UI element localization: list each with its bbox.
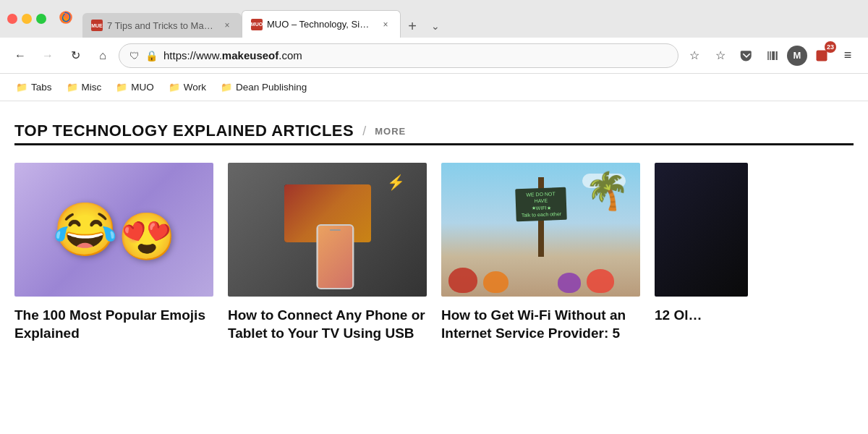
article-card-2[interactable]: ⚡ How to Connect Any Phone or Tablet to … xyxy=(228,163,427,342)
new-tab-button[interactable]: + xyxy=(401,14,424,38)
slash-separator: / xyxy=(362,124,366,139)
bookmark-tabs-label: Tabs xyxy=(31,82,52,93)
svg-rect-5 xyxy=(817,50,827,61)
section-title: TOP TECHNOLOGY EXPLAINED ARTICLES xyxy=(14,122,354,140)
svg-rect-4 xyxy=(776,51,778,60)
svg-rect-3 xyxy=(772,51,775,60)
url-display: https://www.makeuseof.com xyxy=(163,49,668,61)
shield-icon: 🛡 xyxy=(129,50,140,61)
article-title-4: 12 Ol… xyxy=(655,307,748,325)
bookmark-misc[interactable]: 📁 Misc xyxy=(61,79,108,95)
refresh-button[interactable]: ↻ xyxy=(64,44,87,67)
bookmark-muo-label: MUO xyxy=(131,82,154,93)
article-card-3[interactable]: WE DO NOTHAVE★WIFI★Talk to each other 🌴 … xyxy=(441,163,640,342)
browser-icon xyxy=(58,9,74,28)
svg-rect-1 xyxy=(767,51,769,60)
window-controls xyxy=(7,14,46,24)
url-tld: .com xyxy=(278,49,302,61)
tab-2-close[interactable]: × xyxy=(380,19,391,30)
article-title-2: How to Connect Any Phone or Tablet to Yo… xyxy=(228,307,427,342)
tabs-bar: MUE 7 Tips and Tricks to Master Pag… × M… xyxy=(82,0,861,38)
bookmark-misc-label: Misc xyxy=(82,82,102,93)
folder-icon: 📁 xyxy=(116,82,127,93)
article-card-4[interactable]: 12 Ol… xyxy=(655,163,748,342)
nav-bar: ← → ↻ ⌂ 🛡 🔒 https://www.makeuseof.com ☆ … xyxy=(0,38,868,74)
close-button[interactable] xyxy=(7,14,17,24)
tab-2-label: MUO – Technology, Simplified. xyxy=(267,19,375,30)
article-card-1[interactable]: 😂 😍 The 100 Most Popular Emojis Explaine… xyxy=(14,163,213,342)
more-link[interactable]: MORE xyxy=(375,126,406,137)
article-image-2: ⚡ xyxy=(228,163,427,297)
bookmark-work-label: Work xyxy=(184,82,206,93)
address-bar[interactable]: 🛡 🔒 https://www.makeuseof.com xyxy=(119,43,678,68)
section-header: TOP TECHNOLOGY EXPLAINED ARTICLES / MORE xyxy=(14,122,854,140)
bookmark-dean-publishing[interactable]: 📁 Dean Publishing xyxy=(215,79,312,95)
folder-icon: 📁 xyxy=(221,82,232,93)
bookmark-star-button[interactable]: ☆ xyxy=(683,44,706,67)
bookmark-tabs[interactable]: 📁 Tabs xyxy=(10,79,58,95)
tab-1-label: 7 Tips and Tricks to Master Pag… xyxy=(107,20,217,31)
pocket-button[interactable] xyxy=(735,44,758,67)
menu-button[interactable]: ≡ xyxy=(836,44,859,67)
maximize-button[interactable] xyxy=(36,14,46,24)
folder-icon: 📁 xyxy=(169,82,180,93)
notification-badge: 23 xyxy=(810,44,833,67)
section-divider xyxy=(14,143,854,145)
folder-icon: 📁 xyxy=(67,82,78,93)
tab-2-favicon: MUO xyxy=(251,19,263,30)
folder-icon: 📁 xyxy=(16,82,27,93)
article-image-1: 😂 😍 xyxy=(14,163,213,297)
article-title-3: How to Get Wi-Fi Without an Internet Ser… xyxy=(441,307,640,342)
tab-2[interactable]: MUO MUO – Technology, Simplified. × xyxy=(242,10,401,38)
tab-1-favicon: MUE xyxy=(91,20,103,31)
lock-icon: 🔒 xyxy=(145,50,158,61)
articles-grid: 😂 😍 The 100 Most Popular Emojis Explaine… xyxy=(14,163,854,342)
article-image-3: WE DO NOTHAVE★WIFI★Talk to each other 🌴 xyxy=(441,163,640,297)
tab-1-close[interactable]: × xyxy=(221,20,233,31)
article-title-1: The 100 Most Popular Emojis Explained xyxy=(14,307,213,342)
bookmarks-bar: 📁 Tabs 📁 Misc 📁 MUO 📁 Work 📁 Dean Publis… xyxy=(0,74,868,101)
account-button[interactable]: M xyxy=(787,46,807,66)
notification-count: 23 xyxy=(825,41,836,53)
title-bar: MUE 7 Tips and Tricks to Master Pag… × M… xyxy=(0,0,868,38)
url-domain: makeuseof xyxy=(222,49,278,61)
minimize-button[interactable] xyxy=(22,14,32,24)
url-prefix: https://www. xyxy=(163,49,222,61)
svg-rect-2 xyxy=(770,51,771,60)
bookmark-work[interactable]: 📁 Work xyxy=(163,79,212,95)
tab-1[interactable]: MUE 7 Tips and Tricks to Master Pag… × xyxy=(82,13,242,38)
library-button[interactable] xyxy=(761,44,784,67)
bookmark-muo[interactable]: 📁 MUO xyxy=(110,79,160,95)
nav-right: ☆ ☆ M 23 ≡ xyxy=(683,44,859,67)
home-button[interactable]: ⌂ xyxy=(91,44,114,67)
bookmark-dean-label: Dean Publishing xyxy=(236,82,307,93)
back-button[interactable]: ← xyxy=(9,44,32,67)
article-image-4 xyxy=(655,163,748,297)
sync-bookmark-button[interactable]: ☆ xyxy=(709,44,732,67)
forward-button[interactable]: → xyxy=(36,44,59,67)
main-content: TOP TECHNOLOGY EXPLAINED ARTICLES / MORE… xyxy=(0,101,868,434)
tab-list-button[interactable]: ⌄ xyxy=(424,14,447,38)
